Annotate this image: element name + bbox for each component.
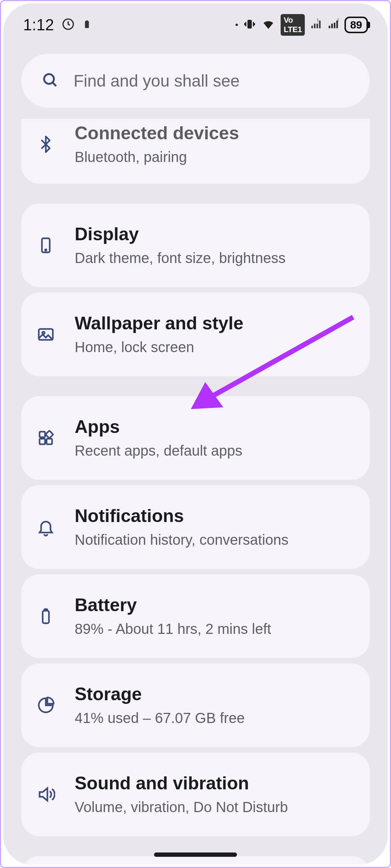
search-bar[interactable]: Find and you shall see [21, 54, 370, 108]
item-subtitle: Recent apps, default apps [75, 441, 355, 460]
battery-icon [36, 606, 56, 626]
apps-icon [36, 428, 56, 448]
svg-rect-11 [40, 432, 45, 437]
volte-badge: VoLTE1 [281, 14, 304, 36]
svg-rect-13 [47, 439, 52, 444]
pie-chart-icon [36, 695, 56, 715]
speaker-icon [36, 784, 56, 805]
image-icon [36, 324, 56, 345]
item-title: Battery [75, 594, 355, 616]
svg-point-8 [45, 249, 46, 250]
signal-icon-1: ! [310, 18, 322, 32]
svg-rect-14 [45, 431, 53, 438]
item-title: Display [75, 223, 355, 245]
svg-text:!: ! [317, 18, 318, 23]
bell-icon [36, 517, 56, 537]
item-subtitle: Notification history, conversations [75, 530, 355, 549]
svg-rect-2 [86, 20, 87, 21]
settings-item-display[interactable]: Display Dark theme, font size, brightnes… [21, 203, 370, 287]
battery-pill: 89 [344, 17, 368, 33]
settings-item-battery[interactable]: Battery 89% - About 11 hrs, 2 mins left [21, 574, 370, 658]
item-title: Apps [75, 416, 355, 438]
svg-rect-15 [43, 611, 49, 623]
settings-item-apps[interactable]: Apps Recent apps, default apps [21, 396, 370, 480]
dot-icon: • [235, 20, 238, 30]
item-subtitle: Volume, vibration, Do Not Disturb [75, 798, 355, 816]
svg-rect-16 [44, 609, 48, 611]
status-time: 1:12 [23, 16, 54, 34]
item-title: Sound and vibration [75, 772, 355, 794]
settings-item-notifications[interactable]: Notifications Notification history, conv… [21, 485, 370, 569]
wifi-icon [261, 17, 276, 33]
svg-rect-3 [247, 20, 252, 29]
item-title: Notifications [75, 505, 355, 527]
settings-item-accessibility[interactable]: Accessibility [21, 856, 370, 865]
signal-icon-2: ! [327, 18, 339, 32]
settings-item-wallpaper[interactable]: Wallpaper and style Home, lock screen [21, 293, 370, 376]
settings-list: Connected devices Bluetooth, pairing Dis… [3, 119, 388, 865]
clock-icon [61, 17, 75, 32]
svg-text:!: ! [337, 18, 339, 23]
vibrate-icon [243, 18, 256, 32]
phone-icon [36, 235, 56, 255]
nav-handle[interactable] [154, 852, 237, 857]
item-subtitle: Home, lock screen [75, 338, 355, 356]
svg-rect-12 [40, 439, 45, 444]
bluetooth-icon [36, 134, 56, 154]
search-icon [41, 71, 59, 91]
battery-status-icon [82, 17, 92, 33]
status-bar: 1:12 • VoLTE1 ! [3, 3, 388, 43]
search-placeholder: Find and you shall see [74, 71, 240, 91]
svg-rect-1 [85, 21, 89, 28]
settings-item-storage[interactable]: Storage 41% used – 67.07 GB free [21, 663, 370, 747]
item-title: Wallpaper and style [75, 312, 355, 334]
item-subtitle: 41% used – 67.07 GB free [75, 709, 355, 727]
item-title: Connected devices [75, 122, 355, 144]
item-subtitle: Bluetooth, pairing [75, 148, 355, 166]
settings-item-sound[interactable]: Sound and vibration Volume, vibration, D… [21, 753, 370, 836]
item-subtitle: Dark theme, font size, brightness [75, 249, 355, 267]
item-subtitle: 89% - About 11 hrs, 2 mins left [75, 619, 355, 638]
settings-item-connected-devices[interactable]: Connected devices Bluetooth, pairing [21, 119, 370, 184]
item-title: Storage [75, 683, 355, 705]
